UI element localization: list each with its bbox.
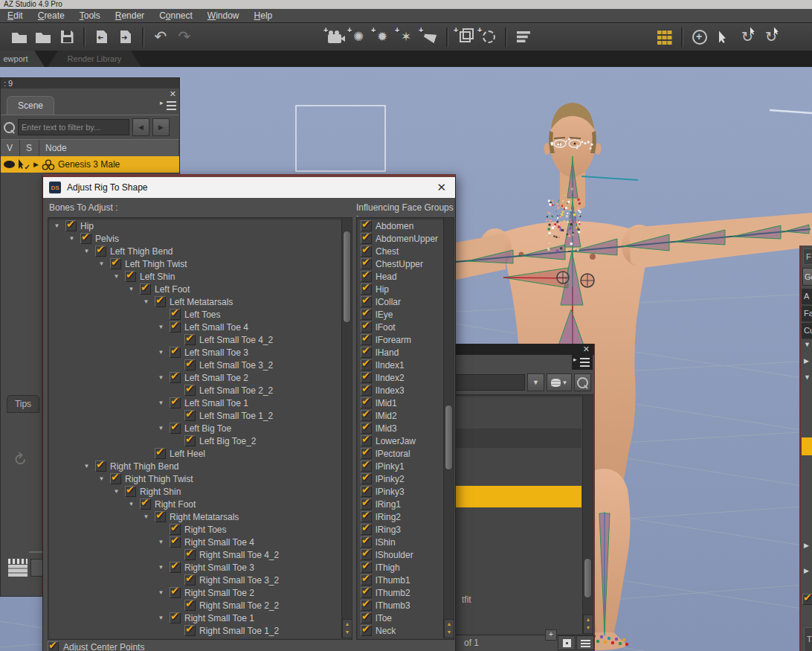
bone-checkbox-checked[interactable]: [184, 625, 196, 636]
bone-row[interactable]: ▼Right Foot: [49, 498, 341, 510]
face-group-row[interactable]: Hip: [358, 283, 443, 295]
merge-file-icon[interactable]: [33, 28, 53, 47]
export-icon[interactable]: [116, 28, 135, 47]
bone-row[interactable]: ▼Right Shin: [49, 485, 341, 498]
column-visible[interactable]: V: [1, 140, 20, 156]
column-selectable[interactable]: S: [20, 140, 39, 156]
expand-arrow-icon[interactable]: ▼: [67, 235, 77, 242]
bone-checkbox-checked[interactable]: [125, 486, 136, 497]
bone-checkbox-checked[interactable]: [170, 587, 181, 598]
bone-checkbox-checked[interactable]: [80, 233, 91, 244]
bone-row[interactable]: ▼Left Small Toe 3_2: [49, 359, 341, 371]
expand-arrow-icon[interactable]: ▼: [156, 615, 166, 621]
menu-render[interactable]: Render: [108, 10, 152, 21]
scene-node-row-selected[interactable]: ▶ Genesis 3 Male: [1, 156, 179, 173]
close-icon[interactable]: ✕: [434, 181, 449, 194]
bone-row[interactable]: ▼Left Small Toe 2: [49, 371, 341, 384]
import-icon[interactable]: [92, 28, 112, 47]
bone-checkbox-checked[interactable]: [140, 498, 151, 510]
face-group-row[interactable]: lThigh: [358, 561, 443, 574]
new-point-light-icon[interactable]: [373, 28, 392, 47]
tab-parameters[interactable]: F: [803, 248, 812, 265]
face-group-checkbox-checked[interactable]: [361, 498, 372, 510]
bone-checkbox-checked[interactable]: [184, 334, 196, 345]
pane-options-button[interactable]: [572, 355, 593, 370]
expand-arrow-icon[interactable]: ▼: [126, 501, 136, 507]
bone-row[interactable]: ▼Left Thigh Twist: [49, 257, 341, 270]
face-group-checkbox-checked[interactable]: [361, 600, 372, 611]
content-scrollbar[interactable]: ▲▼: [582, 396, 592, 634]
filter-dropdown-button[interactable]: ▼: [527, 373, 544, 391]
bone-row[interactable]: ▼Right Thigh Bend: [49, 460, 341, 472]
expand-arrow-icon[interactable]: ▼: [156, 374, 166, 381]
face-group-row[interactable]: lThumb1: [358, 574, 443, 586]
bone-row[interactable]: ▼Left Foot: [49, 283, 341, 295]
face-group-checkbox-checked[interactable]: [361, 574, 372, 586]
bone-row[interactable]: ▼Right Small Toe 4: [49, 536, 341, 548]
database-filter-button[interactable]: ▼: [547, 373, 572, 391]
scrollbar-thumb[interactable]: [584, 558, 592, 598]
bone-checkbox-checked[interactable]: [95, 246, 106, 257]
add-button[interactable]: +: [545, 629, 557, 641]
face-group-row[interactable]: lRing2: [358, 510, 443, 523]
active-pose-tool-icon[interactable]: [761, 28, 781, 47]
expand-arrow-icon[interactable]: ▶: [33, 161, 39, 168]
expand-arrow-icon[interactable]: ▼: [804, 341, 811, 348]
menu-edit[interactable]: Edit: [0, 10, 30, 21]
tab-render-library[interactable]: Render Library: [48, 51, 141, 67]
bone-row[interactable]: ▼Right Small Toe 2: [49, 586, 341, 599]
expand-arrow-icon[interactable]: ▼: [82, 463, 91, 469]
pane-menu-icon[interactable]: [161, 100, 176, 111]
expand-arrow-icon[interactable]: ▼: [112, 488, 121, 495]
face-group-row[interactable]: lShoulder: [358, 548, 443, 561]
orbit-tool-icon[interactable]: [690, 28, 709, 47]
texture-atlas-icon[interactable]: [655, 28, 674, 47]
rotate-tool-icon[interactable]: [738, 28, 757, 47]
expand-arrow-icon[interactable]: ▼: [156, 324, 166, 330]
face-group-checkbox-checked[interactable]: [361, 246, 372, 257]
column-node[interactable]: Node: [39, 140, 179, 156]
face-group-row[interactable]: lHand: [358, 346, 443, 359]
face-group-checkbox-checked[interactable]: [361, 435, 372, 446]
bone-row[interactable]: ▼Right Small Toe 2_2: [49, 599, 341, 612]
dialog-titlebar[interactable]: DS Adjust Rig To Shape ✕: [43, 177, 455, 198]
face-group-checkbox-checked[interactable]: [361, 587, 372, 598]
close-icon[interactable]: ✕: [583, 344, 590, 354]
menu-help[interactable]: Help: [247, 10, 280, 21]
face-group-row[interactable]: lRing3: [358, 523, 443, 536]
bone-checkbox-checked[interactable]: [184, 549, 196, 560]
face-group-row[interactable]: lIndex2: [358, 371, 443, 384]
bone-checkbox-checked[interactable]: [170, 562, 181, 573]
expand-arrow-icon[interactable]: ▶: [804, 542, 809, 549]
general-button[interactable]: Ge: [802, 268, 812, 286]
bone-checkbox-checked[interactable]: [184, 410, 196, 421]
bone-checkbox-checked[interactable]: [110, 473, 121, 484]
face-group-row[interactable]: lCollar: [358, 295, 443, 308]
bone-row[interactable]: ▼Left Small Toe 3: [49, 346, 341, 359]
menu-create[interactable]: Create: [30, 10, 72, 21]
checkbox-checked[interactable]: [802, 594, 812, 605]
face-group-checkbox-checked[interactable]: [361, 359, 372, 371]
bone-row[interactable]: ▼Left Big Toe_2: [49, 434, 341, 447]
face-group-row[interactable]: Abdomen: [358, 219, 443, 232]
face-group-row[interactable]: lThumb3: [358, 599, 443, 612]
face-group-checkbox-checked[interactable]: [361, 347, 372, 358]
clapperboard-icon[interactable]: [8, 559, 28, 577]
bone-checkbox-checked[interactable]: [65, 220, 77, 231]
tab-scene[interactable]: Scene: [7, 96, 54, 115]
face-group-checkbox-checked[interactable]: [361, 549, 372, 560]
bone-row[interactable]: ▼Right Small Toe 1: [49, 612, 341, 624]
face-group-checkbox-checked[interactable]: [361, 258, 372, 269]
face-group-checkbox-checked[interactable]: [361, 511, 372, 522]
face-group-row[interactable]: lForearm: [358, 333, 443, 346]
face-group-row[interactable]: lFoot: [358, 321, 443, 333]
expand-arrow-icon[interactable]: ▼: [156, 425, 166, 432]
face-group-checkbox-checked[interactable]: [361, 562, 372, 573]
face-group-row[interactable]: lPinky2: [358, 472, 443, 485]
expand-arrow-icon[interactable]: ▼: [804, 373, 811, 381]
expand-arrow-icon[interactable]: ▼: [82, 248, 91, 254]
face-group-checkbox-checked[interactable]: [361, 473, 372, 484]
new-null-icon[interactable]: [479, 28, 498, 47]
face-group-checkbox-checked[interactable]: [361, 486, 372, 497]
bone-checkbox-checked[interactable]: [170, 372, 181, 383]
